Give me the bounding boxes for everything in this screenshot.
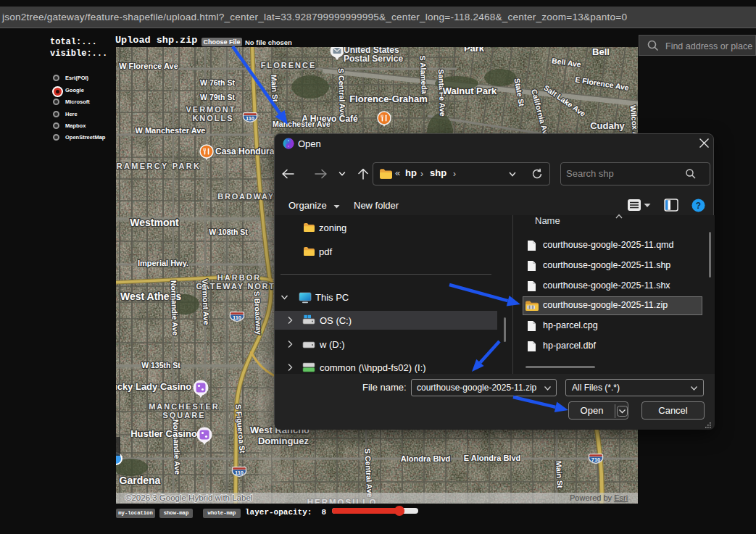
svg-text:W 108th St: W 108th St bbox=[209, 228, 248, 236]
svg-text:Bell: Bell bbox=[592, 47, 610, 57]
svg-text:Imperial Hwy.: Imperial Hwy. bbox=[138, 259, 188, 267]
svg-text:Cudahy: Cudahy bbox=[590, 120, 625, 131]
svg-text:Dominguez: Dominguez bbox=[258, 435, 310, 446]
svg-text:MANCHESTER: MANCHESTER bbox=[149, 402, 220, 411]
svg-text:Lucky Lady Casino: Lucky Lady Casino bbox=[116, 381, 191, 392]
svg-text:©2026.3 Google Hybrid with Lab: ©2026.3 Google Hybrid with Label bbox=[125, 493, 252, 502]
svg-text:710: 710 bbox=[591, 456, 601, 463]
svg-text:W Manchester Ave: W Manchester Ave bbox=[136, 126, 206, 135]
svg-text:W Florence Ave: W Florence Ave bbox=[119, 62, 178, 70]
svg-text:Vermont Ave: Vermont Ave bbox=[201, 279, 211, 325]
svg-text:?: ? bbox=[696, 201, 701, 211]
svg-text:KNOLLS: KNOLLS bbox=[192, 114, 233, 122]
svg-text:Alondra Blvd: Alondra Blvd bbox=[401, 454, 450, 463]
svg-text:W 79th St: W 79th St bbox=[200, 93, 235, 101]
svg-text:BROADWAY-: BROADWAY- bbox=[217, 192, 278, 201]
svg-text:FLORENCE: FLORENCE bbox=[261, 61, 317, 70]
svg-text:Gardena: Gardena bbox=[120, 475, 161, 486]
svg-text:110: 110 bbox=[246, 115, 254, 122]
svg-text:HARBOR: HARBOR bbox=[217, 273, 261, 282]
svg-text:Manchester Ave: Manchester Ave bbox=[273, 120, 331, 128]
svg-text:Postal Service: Postal Service bbox=[344, 54, 403, 64]
svg-text:Park: Park bbox=[464, 47, 485, 54]
svg-text:W 76th St: W 76th St bbox=[200, 78, 235, 87]
svg-text:Westmont: Westmont bbox=[130, 217, 179, 228]
svg-text:GRAMERCY PARK: GRAMERCY PARK bbox=[116, 162, 201, 170]
svg-text:110: 110 bbox=[233, 314, 241, 321]
svg-text:S Central Ave: S Central Ave bbox=[337, 68, 347, 117]
svg-text:SQUARE: SQUARE bbox=[162, 411, 205, 420]
svg-text:Main St: Main St bbox=[554, 461, 565, 488]
svg-text:Main St: Main St bbox=[270, 75, 280, 102]
svg-text:Florence-Graham: Florence-Graham bbox=[349, 93, 428, 104]
svg-text:110: 110 bbox=[235, 470, 244, 476]
svg-text:Casa Hondura: Casa Hondura bbox=[215, 146, 275, 157]
svg-text:W 135th St: W 135th St bbox=[141, 361, 180, 370]
svg-text:E Alondra Blvd: E Alondra Blvd bbox=[464, 454, 520, 462]
svg-text:Hustler Casino: Hustler Casino bbox=[130, 428, 197, 439]
svg-text:Powered by Esri: Powered by Esri bbox=[570, 493, 628, 502]
svg-text:VERMONT: VERMONT bbox=[186, 105, 236, 114]
svg-text:Walnut Park: Walnut Park bbox=[443, 85, 497, 96]
